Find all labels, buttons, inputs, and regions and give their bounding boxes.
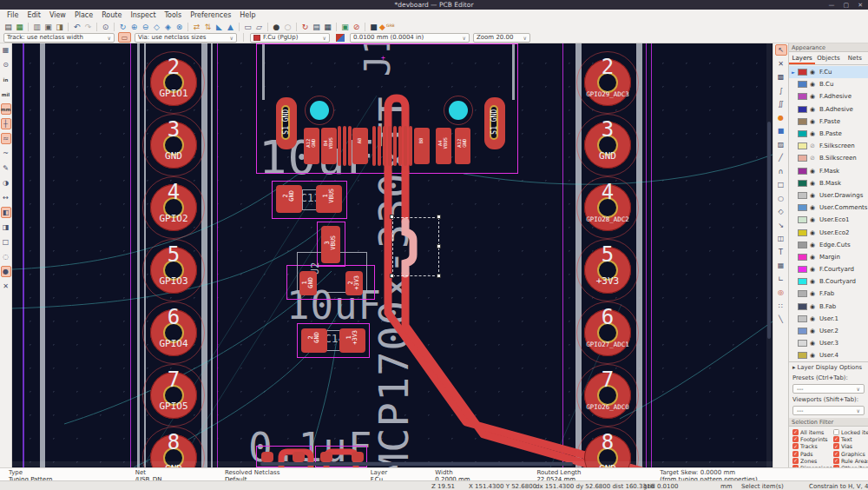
layer-row-user-eco1[interactable]: ◉User.Eco1 bbox=[789, 214, 868, 226]
visibility-eye-icon[interactable]: ◉ bbox=[810, 192, 817, 199]
drc-icon[interactable]: ⊘ bbox=[351, 22, 362, 32]
layer-color-swatch[interactable] bbox=[798, 328, 807, 334]
menu-preferences[interactable]: Preferences bbox=[186, 11, 235, 19]
filter-footprints[interactable]: ✓Footprints bbox=[792, 435, 833, 442]
polar-coords-icon[interactable]: ⊙ bbox=[1, 59, 11, 70]
usb-pad[interactable]: B4VBUS bbox=[321, 128, 337, 164]
visibility-eye-icon[interactable]: ◉ bbox=[810, 266, 817, 273]
add-keepout-icon[interactable]: ▨ bbox=[775, 139, 787, 150]
draw-rect-icon[interactable]: □ bbox=[775, 179, 787, 190]
zoom-in-icon[interactable]: ⊕ bbox=[128, 22, 140, 32]
usb-pad[interactable]: B8 bbox=[414, 128, 430, 164]
filter-graphics[interactable]: ✓Graphics bbox=[833, 450, 868, 457]
usb-pad-thin[interactable] bbox=[383, 126, 386, 166]
usb-pad-thin[interactable] bbox=[338, 126, 341, 166]
visibility-eye-icon[interactable]: ◉ bbox=[810, 340, 817, 347]
usb-pad-thin[interactable] bbox=[343, 126, 346, 166]
visibility-eye-icon[interactable]: ◉ bbox=[810, 303, 817, 310]
layer-row-f-silkscreen[interactable]: ⊘F.Silkscreen bbox=[789, 140, 868, 152]
layer-color-swatch[interactable] bbox=[798, 93, 807, 100]
layer-color-swatch[interactable] bbox=[798, 266, 807, 273]
layer-color-swatch[interactable] bbox=[798, 242, 807, 248]
units-mils-icon[interactable]: mil bbox=[1, 89, 11, 100]
layer-color-swatch[interactable] bbox=[798, 142, 807, 149]
cap2-pad-1[interactable]: 1 +3V3 bbox=[339, 328, 365, 353]
minimize-icon[interactable]: — bbox=[829, 2, 835, 9]
visibility-eye-icon[interactable]: ⊘ bbox=[810, 142, 817, 149]
drag-mode-icon[interactable]: ↔ bbox=[1, 192, 11, 203]
filter-vias[interactable]: ✓Vias bbox=[833, 443, 868, 450]
menu-place[interactable]: Place bbox=[70, 11, 97, 19]
layer-color-swatch[interactable] bbox=[798, 303, 807, 310]
zone-outline-icon[interactable]: ◨ bbox=[1, 222, 11, 233]
usb-pad-thin[interactable] bbox=[393, 126, 397, 166]
header-pad-right-5[interactable]: 5+3V3 bbox=[584, 247, 631, 294]
grid-origin-icon[interactable]: ∷ bbox=[775, 301, 787, 312]
checkbox-icon[interactable]: ✓ bbox=[833, 458, 839, 464]
visibility-eye-icon[interactable]: ◉ bbox=[810, 93, 817, 100]
filter-locked-items[interactable]: Locked items bbox=[833, 428, 868, 435]
layer-row-b-adhesive[interactable]: ◉B.Adhesive bbox=[789, 103, 868, 116]
usb-pad[interactable]: A12GND bbox=[455, 128, 470, 164]
horizontal-scrollbar[interactable] bbox=[12, 461, 773, 467]
add-via-icon[interactable]: ● bbox=[775, 112, 787, 123]
layer-color-swatch[interactable] bbox=[798, 81, 807, 88]
ratsnest-show-icon[interactable]: ≈ bbox=[1, 133, 11, 144]
via[interactable] bbox=[449, 101, 468, 120]
pad-sketch-icon[interactable]: ◌ bbox=[1, 251, 11, 262]
presets-dropdown[interactable]: ---∨ bbox=[792, 384, 865, 394]
track-width-dropdown[interactable]: Track: use netclass width∨ bbox=[3, 33, 115, 43]
grid-dots-icon[interactable]: ▦ bbox=[1, 44, 11, 56]
layer-row-user-drawings[interactable]: ◉User.Drawings bbox=[789, 189, 868, 202]
usb-shield-pad[interactable]: S1 GND bbox=[276, 97, 297, 149]
add-text-icon[interactable]: T bbox=[775, 247, 787, 258]
visibility-eye-icon[interactable]: ◉ bbox=[810, 242, 817, 248]
crosshair-cursor-icon[interactable]: ┼ bbox=[1, 118, 11, 129]
visibility-eye-icon[interactable]: ◉ bbox=[810, 69, 817, 76]
visibility-eye-icon[interactable]: ◉ bbox=[810, 106, 817, 113]
add-image-icon[interactable]: ◫ bbox=[775, 233, 787, 244]
regulator-pad-3[interactable]: 3 VBUS bbox=[321, 226, 340, 263]
visibility-eye-icon[interactable]: ◉ bbox=[810, 254, 817, 261]
layer-row-b-paste[interactable]: ◉B.Paste bbox=[789, 128, 868, 140]
zone-filled-icon[interactable]: ◧ bbox=[1, 207, 11, 218]
import-settings-icon[interactable]: ⇄ bbox=[191, 22, 202, 32]
header-pad-right-7[interactable]: 7GPIO26_ADC0 bbox=[584, 372, 631, 419]
layer-row-user-4[interactable]: ◉User.4 bbox=[789, 349, 868, 361]
visibility-eye-icon[interactable]: ◉ bbox=[810, 328, 817, 334]
scrollbar-thumb[interactable] bbox=[260, 462, 573, 466]
filter-all-items[interactable]: ✓All items bbox=[792, 428, 833, 435]
zoom-fit-icon[interactable]: ◇ bbox=[151, 22, 162, 32]
menu-tools[interactable]: Tools bbox=[161, 11, 187, 19]
selection-handle[interactable] bbox=[390, 274, 394, 278]
header-pad-right-3[interactable]: 3GND bbox=[584, 122, 631, 169]
schematic-editor-icon[interactable]: ▤ bbox=[311, 22, 322, 32]
cap2-pad-2[interactable]: 2 GND bbox=[301, 328, 327, 353]
usb-pad-thin[interactable] bbox=[398, 126, 402, 166]
active-layer-dropdown[interactable]: F.Cu (PgUp)∨ bbox=[250, 33, 330, 43]
layer-row-b-silkscreen[interactable]: ⊘B.Silkscreen bbox=[789, 152, 868, 164]
header-pad-left-5[interactable]: 5GPIO3 bbox=[150, 247, 197, 294]
redo-icon[interactable]: ↷ bbox=[82, 22, 94, 32]
layer-color-swatch[interactable] bbox=[798, 315, 807, 322]
draw-arc-icon[interactable]: ∩ bbox=[775, 166, 787, 177]
header-pad-left-7[interactable]: 7GPIO5 bbox=[150, 372, 197, 419]
checkbox-icon[interactable]: ✓ bbox=[792, 429, 799, 435]
select-tool-icon[interactable]: ↖ bbox=[775, 44, 787, 56]
header-pad-right-2[interactable]: 2GPIO29_ADC3 bbox=[584, 59, 631, 106]
usb-pad-thin[interactable] bbox=[348, 126, 352, 166]
visibility-eye-icon[interactable]: ◉ bbox=[810, 290, 817, 297]
lock-icon[interactable]: ● bbox=[271, 22, 282, 32]
save-icon[interactable]: ▤ bbox=[3, 22, 14, 32]
menu-view[interactable]: View bbox=[45, 11, 70, 19]
checkbox-icon[interactable] bbox=[833, 429, 839, 435]
add-dimension-icon[interactable]: ∟ bbox=[775, 274, 787, 285]
units-mm-icon[interactable]: mm bbox=[1, 103, 11, 115]
usb-pad-thin[interactable] bbox=[388, 126, 391, 166]
via-size-dropdown[interactable]: Via: use netclass sizes∨ bbox=[135, 33, 237, 43]
cap1-pad-1[interactable]: 1 VBUS bbox=[316, 185, 342, 213]
layer-row-user-2[interactable]: ◉User.2 bbox=[789, 325, 868, 337]
layer-row-b-fab[interactable]: ◉B.Fab bbox=[789, 301, 868, 313]
menu-inspect[interactable]: Inspect bbox=[126, 11, 160, 19]
checkbox-icon[interactable]: ✓ bbox=[833, 451, 839, 457]
